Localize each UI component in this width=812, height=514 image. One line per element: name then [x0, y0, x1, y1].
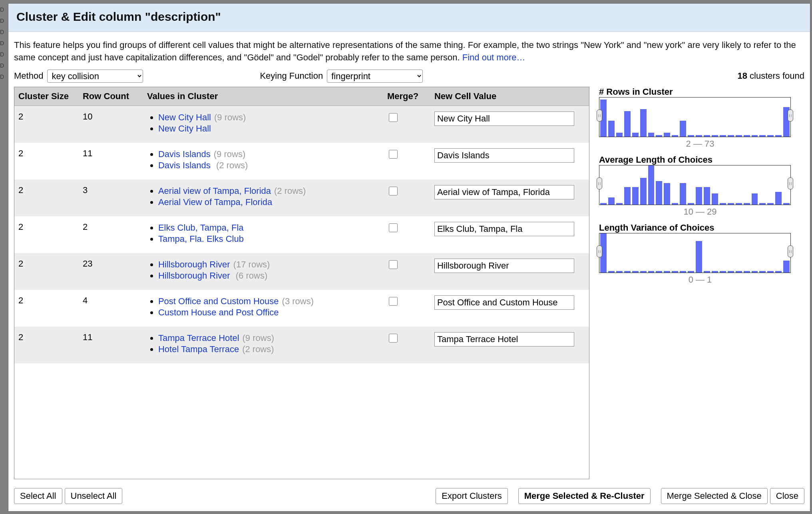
- list-item: Hillsborough River(17 rows): [158, 259, 379, 270]
- hist2-box[interactable]: | | | |: [599, 165, 791, 205]
- histogram-bar: [712, 193, 718, 204]
- hist3-box[interactable]: | | | |: [599, 233, 791, 273]
- merge-close-button[interactable]: Merge Selected & Close: [661, 488, 768, 504]
- cell-row-count: 4: [79, 290, 143, 327]
- cell-values: Tampa Terrace Hotel(9 rows)Hotel Tampa T…: [143, 327, 383, 363]
- merge-checkbox[interactable]: [389, 223, 398, 232]
- histogram-bar: [616, 271, 623, 273]
- new-value-input[interactable]: [434, 332, 574, 347]
- list-item: Tampa, Fla. Elks Club: [158, 234, 379, 244]
- export-clusters-button[interactable]: Export Clusters: [436, 488, 508, 504]
- cluster-value-link[interactable]: Hillsborough River: [158, 259, 230, 269]
- merge-checkbox[interactable]: [389, 297, 398, 306]
- cluster-value-link[interactable]: Elks Club, Tampa, Fla: [158, 223, 244, 233]
- new-value-input[interactable]: [434, 112, 574, 126]
- merge-checkbox[interactable]: [389, 150, 398, 159]
- histogram-bar: [767, 203, 774, 205]
- hist2-title: Average Length of Choices: [599, 155, 801, 165]
- histogram-bar: [672, 203, 678, 205]
- cluster-value-link[interactable]: Tampa, Fla. Elks Club: [158, 234, 244, 244]
- histogram-bar: [664, 133, 670, 137]
- keying-function-select[interactable]: fingerprint: [327, 70, 423, 83]
- cluster-value-link[interactable]: New City Hall: [158, 112, 211, 122]
- cluster-value-link[interactable]: Hillsborough River: [158, 271, 233, 281]
- hist3-handle-right[interactable]: | |: [788, 245, 793, 257]
- clusters-table-wrap[interactable]: Cluster Size Row Count Values in Cluster…: [14, 87, 589, 479]
- cluster-value-link[interactable]: Post Office and Custom House: [158, 296, 279, 306]
- hist1-handle-right[interactable]: | |: [788, 110, 793, 122]
- list-item: Elks Club, Tampa, Fla: [158, 223, 379, 233]
- row-count-note: (2 rows): [274, 186, 306, 196]
- cluster-value-link[interactable]: Davis Islands: [158, 160, 213, 170]
- histogram-bar: [664, 183, 670, 205]
- hist2-handle-left[interactable]: | |: [597, 177, 602, 189]
- histogram-bar: [759, 135, 766, 137]
- table-row: 23Aerial view of Tampa, Florida(2 rows)A…: [14, 179, 589, 216]
- cell-cluster-size: 2: [14, 216, 79, 253]
- merge-checkbox[interactable]: [389, 260, 398, 269]
- histogram-bar: [752, 135, 758, 137]
- cluster-value-link[interactable]: Aerial view of Tampa, Florida: [158, 186, 271, 196]
- histogram-bar: [608, 271, 615, 273]
- app-frame: DDDDDDD Cluster & Edit column "descripti…: [0, 0, 812, 514]
- merge-checkbox[interactable]: [389, 187, 398, 195]
- method-select[interactable]: key collision: [47, 70, 143, 83]
- new-value-input[interactable]: [434, 185, 574, 199]
- hist2-handle-right[interactable]: | |: [788, 177, 793, 189]
- cluster-value-link[interactable]: Aerial View of Tampa, Florida: [158, 197, 272, 207]
- unselect-all-button[interactable]: Unselect All: [65, 488, 123, 504]
- histogram-bar: [632, 133, 639, 137]
- histogram-bar: [744, 203, 750, 205]
- controls-row: Method key collision Keying Function fin…: [14, 70, 804, 83]
- cell-cluster-size: 2: [14, 290, 79, 327]
- cell-new-value: [430, 216, 589, 253]
- histogram-bar: [744, 271, 750, 273]
- cell-values: Davis Islands(9 rows)Davis Islands (2 ro…: [143, 143, 383, 179]
- new-value-input[interactable]: [434, 259, 574, 273]
- cell-cluster-size: 2: [14, 106, 79, 143]
- row-count-note: (9 rows): [214, 112, 246, 122]
- dialog-header: Cluster & Edit column "description": [8, 4, 810, 32]
- cluster-value-link[interactable]: New City Hall: [158, 124, 211, 133]
- histogram-bar: [608, 121, 615, 136]
- list-item: Tampa Terrace Hotel(9 rows): [158, 333, 379, 343]
- cluster-value-link[interactable]: Davis Islands: [158, 149, 211, 159]
- hist1-box[interactable]: | | | |: [599, 97, 791, 137]
- cell-values: Elks Club, Tampa, FlaTampa, Fla. Elks Cl…: [143, 216, 383, 253]
- hist1-handle-left[interactable]: | |: [597, 110, 602, 122]
- histogram-bar: [704, 187, 710, 205]
- main-content-row: Cluster Size Row Count Values in Cluster…: [14, 87, 804, 479]
- cell-row-count: 3: [79, 179, 143, 216]
- histogram-bar: [672, 135, 678, 137]
- close-button[interactable]: Close: [770, 488, 804, 504]
- new-value-input[interactable]: [434, 148, 574, 163]
- new-value-input[interactable]: [434, 295, 574, 310]
- cluster-value-link[interactable]: Custom House and Post Office: [158, 307, 279, 317]
- merge-checkbox[interactable]: [389, 334, 398, 343]
- new-value-input[interactable]: [434, 222, 574, 236]
- histogram-bar: [728, 203, 734, 205]
- hist3-handle-left[interactable]: | |: [597, 245, 602, 257]
- cluster-value-link[interactable]: Hotel Tampa Terrace: [158, 344, 239, 354]
- cluster-value-link[interactable]: Tampa Terrace Hotel: [158, 333, 239, 343]
- cell-merge: [383, 179, 430, 216]
- row-count-note: (3 rows): [282, 296, 314, 306]
- list-item: Hillsborough River (6 rows): [158, 271, 379, 281]
- row-count-note: (2 rows): [216, 160, 248, 170]
- select-all-button[interactable]: Select All: [14, 488, 62, 504]
- histograms-sidebar: # Rows in Cluster | | | | 2 — 73 Average…: [599, 87, 804, 479]
- cell-row-count: 10: [79, 106, 143, 143]
- histogram-bar: [728, 135, 734, 137]
- th-merge: Merge?: [383, 87, 430, 106]
- cell-merge: [383, 327, 430, 363]
- histogram-bar: [736, 203, 742, 205]
- merge-checkbox[interactable]: [389, 113, 398, 122]
- histogram-bar: [775, 192, 782, 204]
- th-new-value: New Cell Value: [430, 87, 589, 106]
- histogram-bar: [752, 271, 758, 273]
- list-item: Aerial View of Tampa, Florida: [158, 197, 379, 207]
- histogram-bar: [616, 133, 623, 137]
- find-out-more-link[interactable]: Find out more…: [462, 52, 525, 62]
- merge-recluster-button[interactable]: Merge Selected & Re-Cluster: [518, 488, 651, 504]
- histogram-bar: [696, 135, 702, 137]
